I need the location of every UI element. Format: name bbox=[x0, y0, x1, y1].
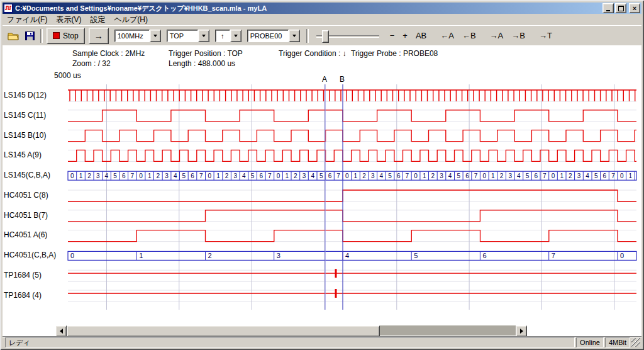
zoom-in-button[interactable]: + bbox=[399, 30, 411, 42]
statusbar: レディ Online 4MBit bbox=[3, 336, 641, 348]
chevron-down-icon bbox=[292, 35, 296, 37]
channel-label-tp1684-5: TP1684 (5) bbox=[4, 271, 67, 281]
open-button[interactable] bbox=[5, 28, 21, 43]
menu-settings[interactable]: 設定 bbox=[86, 14, 109, 26]
zoom-slider[interactable] bbox=[316, 29, 379, 43]
save-button[interactable] bbox=[21, 28, 38, 43]
channel-label-hc4051-bus: HC4051(C,B,A) bbox=[4, 251, 67, 261]
status-ready: レディ bbox=[5, 337, 575, 347]
chevron-down-icon bbox=[234, 35, 238, 37]
channel-label-ls145-c11: LS145 C(11) bbox=[4, 111, 67, 121]
maximize-icon bbox=[618, 6, 624, 11]
scroll-right-icon bbox=[520, 329, 523, 334]
zoom-slider-thumb[interactable] bbox=[322, 30, 329, 43]
maximize-button[interactable] bbox=[615, 3, 626, 13]
zoom-text: Zoom : / 32 bbox=[72, 59, 111, 68]
save-floppy-icon bbox=[25, 31, 35, 40]
zoom-ab-button[interactable]: AB bbox=[413, 30, 430, 42]
waveform-client-area bbox=[3, 45, 641, 336]
toolbar-separator bbox=[40, 29, 43, 43]
titlebar[interactable]: C:¥Documents and Settings¥noname¥デスクトップ¥… bbox=[3, 3, 641, 14]
app-icon bbox=[4, 4, 13, 13]
toolbar-separator bbox=[306, 29, 309, 43]
trigger-position-arrow[interactable] bbox=[198, 30, 209, 42]
trigger-condition-text: Trigger Condition : ↓ bbox=[279, 49, 347, 58]
horizontal-scrollbar[interactable] bbox=[55, 325, 527, 336]
probe-select-arrow[interactable] bbox=[289, 30, 300, 42]
jump-right-a-button[interactable]: →A bbox=[487, 30, 507, 42]
scrollbar-thumb[interactable] bbox=[67, 325, 380, 337]
time-div-label: 5000 us bbox=[54, 71, 81, 80]
trigger-edge-arrow[interactable] bbox=[230, 30, 242, 42]
probe-select[interactable]: PROBE00 bbox=[247, 30, 300, 42]
jump-trigger-button[interactable]: →T bbox=[536, 30, 555, 42]
resize-grip[interactable] bbox=[631, 338, 640, 347]
scroll-left-button[interactable] bbox=[55, 325, 67, 337]
close-button[interactable]: × bbox=[629, 3, 640, 13]
trigger-position-select[interactable]: TOP bbox=[167, 30, 209, 42]
clock-select-value: 100MHz bbox=[114, 30, 150, 42]
channel-label-ls145-bus: LS145(C,B,A) bbox=[4, 171, 67, 181]
length-text: Length : 488.000 us bbox=[169, 59, 235, 68]
probe-select-value: PROBE00 bbox=[247, 30, 289, 42]
menu-view[interactable]: 表示(V) bbox=[52, 14, 86, 26]
run-button[interactable]: → bbox=[89, 28, 109, 44]
status-online: Online bbox=[576, 337, 604, 347]
close-icon: × bbox=[633, 5, 636, 11]
cursor-a-label: A bbox=[322, 75, 327, 84]
channel-label-hc4051-c8: HC4051 C(8) bbox=[4, 191, 67, 201]
channel-label-tp1684-4: TP1684 (4) bbox=[4, 291, 67, 301]
stop-icon bbox=[53, 32, 60, 39]
trigger-edge-value: ↑ bbox=[215, 30, 230, 42]
open-folder-icon bbox=[8, 31, 19, 40]
menu-help[interactable]: ヘルプ(H) bbox=[109, 14, 152, 26]
menubar: ファイル(F) 表示(V) 設定 ヘルプ(H) bbox=[3, 14, 641, 25]
trigger-edge-select[interactable]: ↑ bbox=[215, 30, 242, 42]
scroll-left-icon bbox=[60, 329, 63, 334]
jump-left-a-button[interactable]: ←A bbox=[437, 30, 457, 42]
clock-select-arrow[interactable] bbox=[150, 30, 161, 42]
trigger-position-value: TOP bbox=[167, 30, 198, 42]
zoom-out-button[interactable]: − bbox=[387, 30, 398, 42]
clock-select[interactable]: 100MHz bbox=[114, 30, 161, 42]
app-window: C:¥Documents and Settings¥noname¥デスクトップ¥… bbox=[0, 0, 644, 350]
minimize-button[interactable] bbox=[602, 3, 614, 13]
stop-button[interactable]: Stop bbox=[47, 28, 85, 44]
menu-file[interactable]: ファイル(F) bbox=[3, 14, 52, 26]
chevron-down-icon bbox=[153, 35, 157, 37]
toolbar: Stop → 100MHz TOP ↑ PROBE00 − + AB ←A bbox=[3, 25, 641, 46]
channel-label-hc4051-a6: HC4051 A(6) bbox=[4, 230, 67, 240]
run-arrow-icon: → bbox=[94, 31, 103, 41]
minimize-icon bbox=[606, 10, 610, 11]
stop-label: Stop bbox=[63, 31, 79, 40]
scrollbar-track[interactable] bbox=[380, 325, 516, 336]
channel-label-ls145-b10: LS145 B(10) bbox=[4, 131, 67, 141]
sample-clock-text: Sample Clock : 2MHz bbox=[72, 49, 145, 58]
channel-label-hc4051-b7: HC4051 B(7) bbox=[4, 211, 67, 221]
scroll-right-button[interactable] bbox=[516, 325, 527, 337]
channel-label-ls145-d12: LS145 D(12) bbox=[4, 91, 67, 101]
channel-label-ls145-a9: LS145 A(9) bbox=[4, 150, 67, 161]
jump-left-b-button[interactable]: ←B bbox=[459, 30, 479, 42]
trigger-probe-text: Trigger Probe : PROBE08 bbox=[351, 49, 438, 58]
jump-right-b-button[interactable]: →B bbox=[508, 30, 528, 42]
window-title: C:¥Documents and Settings¥noname¥デスクトップ¥… bbox=[15, 4, 602, 13]
status-memory: 4MBit bbox=[605, 337, 630, 347]
chevron-down-icon bbox=[202, 35, 206, 37]
trigger-position-text: Trigger Position : TOP bbox=[169, 49, 243, 58]
cursor-b-label: B bbox=[340, 75, 345, 84]
